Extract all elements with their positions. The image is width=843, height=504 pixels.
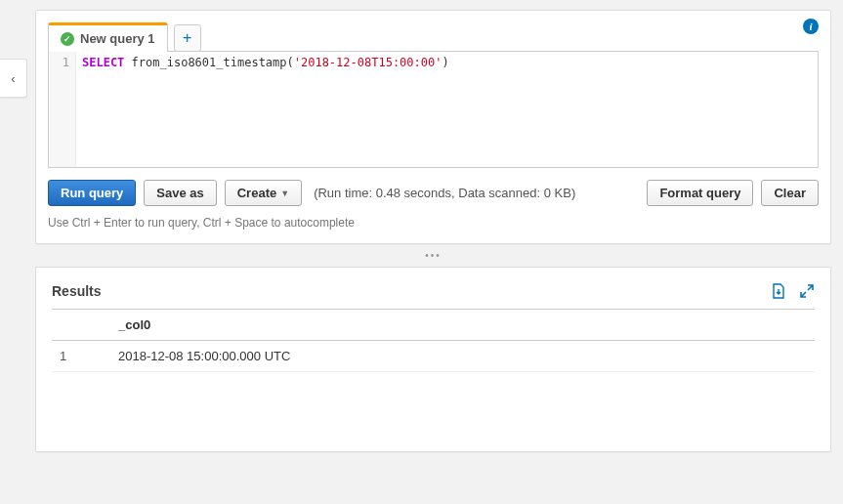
chevron-left-icon: ‹: [11, 71, 15, 86]
sql-keyword: SELECT: [82, 56, 124, 69]
line-number: 1: [63, 56, 69, 69]
row-col0: 2018-12-08 15:00:00.000 UTC: [110, 341, 815, 372]
format-query-button[interactable]: Format query: [647, 180, 753, 206]
run-query-button[interactable]: Run query: [48, 180, 136, 206]
editor-content[interactable]: SELECT from_iso8601_timestamp('2018-12-0…: [76, 52, 818, 167]
create-button[interactable]: Create ▼: [225, 180, 302, 206]
table-row: 1 2018-12-08 15:00:00.000 UTC: [52, 341, 815, 372]
query-toolbar: Run query Save as Create ▼ (Run time: 0.…: [36, 180, 830, 216]
results-table: _col0 1 2018-12-08 15:00:00.000 UTC: [52, 310, 815, 372]
expand-icon[interactable]: [799, 283, 815, 299]
sql-string: '2018-12-08T15:00:00': [294, 56, 443, 69]
chevron-down-icon: ▼: [280, 189, 289, 198]
add-tab-button[interactable]: +: [174, 24, 201, 52]
download-icon[interactable]: [772, 283, 785, 299]
editor-hint: Use Ctrl + Enter to run query, Ctrl + Sp…: [36, 216, 830, 243]
create-label: Create: [237, 186, 276, 200]
drag-handle-icon: •••: [425, 250, 442, 261]
query-panel: i ✓ New query 1 + 1 SELECT from_iso8601_…: [35, 10, 831, 244]
resize-handle[interactable]: •••: [35, 250, 831, 261]
tab-query-1[interactable]: ✓ New query 1: [48, 22, 168, 52]
results-panel: Results _col0 1 2018-12-08 15:00:00.000 …: [35, 267, 831, 452]
sidebar-collapse-button[interactable]: ‹: [0, 59, 27, 98]
sql-editor[interactable]: 1 SELECT from_iso8601_timestamp('2018-12…: [48, 51, 819, 168]
results-title: Results: [52, 283, 758, 299]
tab-label: New query 1: [80, 31, 155, 46]
col-index-header: [52, 310, 110, 341]
col0-header: _col0: [110, 310, 815, 341]
query-stats: (Run time: 0.48 seconds, Data scanned: 0…: [314, 186, 575, 200]
save-as-button[interactable]: Save as: [144, 180, 216, 206]
plus-icon: +: [183, 29, 191, 47]
row-index: 1: [52, 341, 110, 372]
table-header-row: _col0: [52, 310, 815, 341]
status-success-icon: ✓: [61, 32, 74, 46]
info-icon[interactable]: i: [803, 19, 819, 34]
editor-gutter: 1: [49, 52, 76, 167]
tab-bar: ✓ New query 1 +: [36, 11, 830, 52]
clear-button[interactable]: Clear: [761, 180, 819, 206]
sql-func: from_iso8601_timestamp(: [124, 56, 293, 69]
sql-end: ): [442, 56, 448, 69]
